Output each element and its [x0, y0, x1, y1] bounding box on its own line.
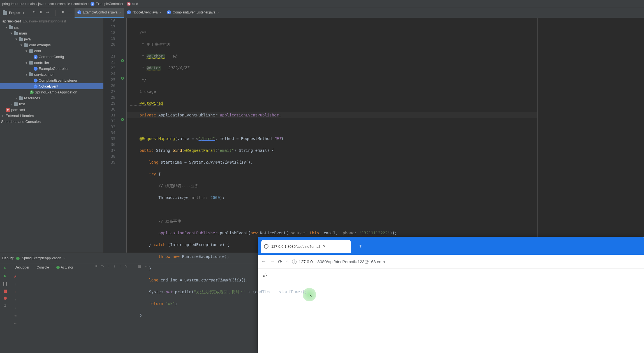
tree-spring-app[interactable]: CSpringExampleApplication — [0, 89, 103, 95]
implements-icon[interactable] — [121, 118, 124, 121]
class-icon: C — [91, 2, 94, 6]
tree-resources[interactable]: ›resources — [0, 95, 103, 101]
tab-actuator[interactable]: Actuator — [53, 264, 77, 271]
home-button[interactable]: ⌂ — [286, 259, 289, 265]
arrow-icon[interactable]: ⬈ — [14, 274, 17, 278]
back-button[interactable]: ← — [261, 259, 266, 265]
main-toolbar: Project ▾ ⊙ ⇵ ⇊ ✱ — C ExampleController.… — [0, 8, 644, 18]
tree-notice-event[interactable]: CNoticeEvent — [0, 83, 103, 89]
code-area[interactable]: /** * 用于事件推送 * @author: yh * @date: 2022… — [127, 18, 537, 353]
chevron-down-icon: ▾ — [23, 11, 24, 15]
crumb[interactable]: com — [48, 2, 54, 6]
tab-debugger[interactable]: Debugger — [11, 264, 33, 271]
step-out-icon[interactable]: ↑ — [119, 264, 121, 268]
step-icon[interactable]: ↓ — [108, 264, 110, 268]
implements-icon[interactable] — [121, 59, 124, 62]
layout-icon[interactable]: ⇥ — [14, 314, 17, 318]
crumb[interactable]: controller — [73, 2, 87, 6]
tree-example-controller[interactable]: CExampleController — [0, 66, 103, 72]
crumb[interactable]: bind — [132, 2, 138, 6]
implements-icon[interactable] — [121, 77, 124, 80]
step-icon[interactable]: ↓ — [113, 264, 115, 268]
rerun-icon[interactable]: ↻ — [4, 266, 6, 270]
address-bar[interactable]: i 127.0.0.1:8080/api/bind?email=123@163.… — [292, 259, 385, 264]
crumb[interactable]: pring-test — [2, 2, 16, 6]
arrow-icon[interactable]: ↑ — [14, 298, 16, 302]
breakpoint-icon[interactable] — [4, 297, 7, 300]
url-host: 127.0.0.1 — [299, 259, 316, 264]
tree-label: NoticeEvent — [39, 84, 58, 88]
folder-icon — [24, 43, 28, 47]
separator — [55, 10, 55, 16]
tab-notice-event[interactable]: C NoticeEvent.java × — [124, 8, 165, 18]
maven-icon: m — [6, 108, 10, 112]
crumb[interactable]: main — [27, 2, 35, 6]
folder-icon — [29, 49, 33, 53]
tree-external-libs[interactable]: ›External Libraries — [0, 113, 103, 119]
tree-label: controller — [34, 61, 49, 65]
close-icon[interactable]: × — [63, 256, 65, 260]
tab-example-controller[interactable]: C ExampleController.java × — [75, 8, 124, 18]
tree-test[interactable]: ›test — [0, 101, 103, 107]
method-icon: m — [127, 2, 131, 6]
hide-icon[interactable]: — — [68, 10, 72, 16]
collapse-all-icon[interactable]: ⇊ — [46, 10, 49, 16]
breadcrumb: pring-test› src› main› java› com› exampl… — [0, 0, 644, 8]
tree-main[interactable]: ▾main — [0, 30, 103, 36]
pause-icon[interactable]: ❚❚ — [2, 282, 8, 286]
project-root[interactable]: spring-test — [2, 19, 21, 23]
crumb[interactable]: src — [20, 2, 24, 6]
run-config-name[interactable]: SpringExampleApplication — [22, 256, 61, 260]
close-icon[interactable]: × — [159, 10, 162, 15]
tab-complaint-listener[interactable]: C ComplaintEventListener.java × — [164, 8, 222, 18]
step-into-icon[interactable]: ↷ — [101, 264, 104, 268]
tab-label: Actuator — [61, 265, 73, 269]
tree-java[interactable]: ▾java — [0, 36, 103, 42]
tab-console[interactable]: Console — [33, 264, 52, 271]
tree-label: java — [24, 37, 31, 41]
tree-label: test — [19, 102, 25, 106]
tree-common-config[interactable]: CCommonConfig — [0, 54, 103, 60]
tree-complaint-listener[interactable]: CComplaintEventListener — [0, 77, 103, 83]
stop-icon[interactable] — [4, 290, 7, 293]
close-icon[interactable]: × — [217, 10, 219, 15]
tab-label: ComplaintEventListener.java — [173, 10, 215, 14]
tree-scratches[interactable]: Scratches and Consoles — [0, 119, 103, 125]
tree-controller[interactable]: ▾controller — [0, 60, 103, 66]
crumb[interactable]: ExampleController — [96, 2, 123, 6]
url-path: /api/bind?email=123@163.com — [327, 259, 385, 264]
arrow-icon[interactable]: ↑ — [14, 282, 16, 286]
folder-icon — [29, 61, 33, 65]
resume-icon[interactable]: ▶ — [4, 274, 6, 278]
tree-label: ComplaintEventListener — [39, 78, 77, 82]
folder-icon — [29, 73, 33, 76]
tree-label: src — [14, 25, 19, 29]
arrow-icon[interactable]: ↓ — [14, 290, 16, 294]
run-icon: ⬤ — [16, 256, 20, 260]
project-view-button[interactable]: Project ▾ — [0, 8, 27, 18]
arrow-icon[interactable]: ↓ — [14, 306, 16, 310]
crumb[interactable]: example — [57, 2, 70, 6]
spring-icon — [56, 266, 60, 269]
gear-icon[interactable]: ✱ — [62, 10, 64, 16]
tree-package[interactable]: ▾com.example — [0, 42, 103, 48]
select-open-file-icon[interactable]: ⊙ — [33, 10, 36, 16]
tree-src[interactable]: ▾src — [0, 24, 103, 30]
tree-conf[interactable]: ▾conf — [0, 48, 103, 54]
site-info-icon[interactable]: i — [292, 260, 296, 264]
java-icon: C — [167, 10, 171, 14]
tree-service-impl[interactable]: ▾service.impl — [0, 72, 103, 77]
step-over-icon[interactable]: ≡ — [95, 264, 97, 268]
url-port: :8080 — [316, 259, 327, 264]
crumb[interactable]: java — [38, 2, 44, 6]
tree-pom[interactable]: mpom.xml — [0, 107, 103, 113]
class-icon: C — [34, 84, 38, 88]
layout-icon[interactable]: ⇤ — [14, 322, 17, 326]
close-icon[interactable]: × — [119, 10, 121, 15]
mute-icon[interactable]: ⊘ — [4, 304, 6, 308]
tree-label: resources — [24, 96, 40, 100]
expand-all-icon[interactable]: ⇵ — [40, 10, 42, 16]
forward-button[interactable]: → — [270, 259, 275, 265]
class-icon: C — [34, 55, 38, 59]
run-to-cursor-icon[interactable]: ↘ — [125, 264, 128, 268]
